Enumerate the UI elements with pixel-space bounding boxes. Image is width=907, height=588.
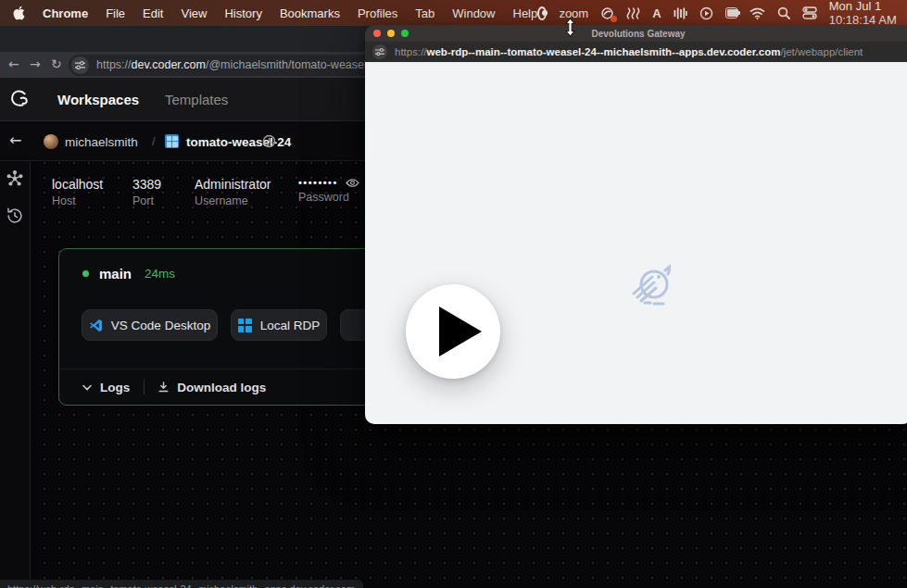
gateway-titlebar[interactable]: Devolutions Gateway <box>365 25 907 42</box>
workspace-sidebar <box>0 161 31 588</box>
menu-window[interactable]: Window <box>452 6 495 20</box>
menubar-app-name[interactable]: Chrome <box>43 6 88 20</box>
back-icon[interactable]: ← <box>8 56 19 71</box>
logs-toggle[interactable]: Logs <box>100 381 130 394</box>
screen-share-icon[interactable] <box>600 6 614 20</box>
devolutions-gateway-window: Devolutions Gateway https://web-rdp--mai… <box>365 25 907 424</box>
tune-icon[interactable] <box>71 56 89 74</box>
breadcrumb-username[interactable]: michaelsmith <box>65 135 138 149</box>
menu-edit[interactable]: Edit <box>143 6 163 20</box>
gateway-tune-icon[interactable] <box>372 44 387 59</box>
eye-icon[interactable] <box>346 178 359 188</box>
move-cursor <box>563 18 577 37</box>
local-rdp-button-label: Local RDP <box>260 319 321 332</box>
agent-status-dot <box>82 270 89 277</box>
play-button[interactable] <box>406 284 500 379</box>
search-icon[interactable] <box>777 6 790 19</box>
username-value: Administrator <box>195 177 271 192</box>
control-center-icon[interactable] <box>802 6 817 19</box>
avatar[interactable] <box>44 134 58 149</box>
menu-tab[interactable]: Tab <box>415 6 435 20</box>
macos-menubar: Chrome File Edit View History Bookmarks … <box>0 0 907 26</box>
close-light[interactable] <box>373 30 381 37</box>
record-icon[interactable] <box>537 6 547 20</box>
menu-view[interactable]: View <box>181 6 207 20</box>
menu-profiles[interactable]: Profiles <box>358 6 397 20</box>
gateway-address-bar[interactable]: https://web-rdp--main--tomato-weasel-24-… <box>365 42 907 62</box>
password-value: •••••••• <box>298 177 338 188</box>
field-host: localhost Host <box>52 177 103 207</box>
vscode-button-label: VS Code Desktop <box>111 319 210 332</box>
back-arrow-icon[interactable]: ← <box>9 131 21 149</box>
agent-name: main <box>99 266 132 281</box>
history-icon[interactable] <box>5 206 25 226</box>
minimize-light[interactable] <box>387 30 395 37</box>
notification-badge <box>611 16 617 22</box>
download-logs-button[interactable]: Download logs <box>177 381 266 394</box>
tab-templates[interactable]: Templates <box>165 92 228 107</box>
host-label: Host <box>52 194 103 207</box>
chevron-down-icon[interactable] <box>82 384 92 391</box>
password-label: Password <box>298 191 359 204</box>
gateway-traffic-lights <box>373 30 409 37</box>
menu-bookmarks[interactable]: Bookmarks <box>280 6 340 20</box>
field-password: •••••••• Password <box>298 177 359 204</box>
battery-icon[interactable] <box>725 7 737 19</box>
schedule-clock-icon[interactable] <box>262 134 276 148</box>
gateway-url-host: web-rdp--main--tomato-weasel-24--michael… <box>427 46 781 57</box>
download-icon[interactable] <box>158 382 169 393</box>
username-label: Username <box>195 194 271 207</box>
menu-file[interactable]: File <box>106 6 125 20</box>
field-username: Administrator Username <box>195 177 271 207</box>
breadcrumb-separator: / <box>152 134 156 148</box>
gateway-content <box>365 62 907 424</box>
link-status-tooltip: https://web-rdp--main--tomato-weasel-24-… <box>0 580 363 588</box>
apple-icon[interactable] <box>13 6 25 20</box>
play-icon <box>439 307 482 357</box>
gateway-url-path: /jet/webapp/client <box>780 46 863 57</box>
field-port: 3389 Port <box>132 177 161 207</box>
agent-latency: 24ms <box>145 267 175 281</box>
waves-icon[interactable] <box>626 6 640 20</box>
menu-history[interactable]: History <box>224 6 261 20</box>
url-scheme: https:// <box>96 58 132 71</box>
play-circle-icon[interactable] <box>699 6 713 20</box>
menubar-clock[interactable]: Mon Jul 1 10:18:14 AM <box>829 0 898 27</box>
windows-icon <box>165 134 179 148</box>
zoom-light[interactable] <box>401 30 409 37</box>
gateway-url-text: https://web-rdp--main--tomato-weasel-24-… <box>395 46 863 57</box>
vscode-icon <box>89 319 103 332</box>
local-rdp-button[interactable]: Local RDP <box>231 309 327 341</box>
devolutions-bird-logo <box>630 262 671 307</box>
equalizer-icon[interactable] <box>674 6 687 20</box>
wifi-icon[interactable] <box>750 7 765 19</box>
menu-help[interactable]: Help <box>513 6 538 20</box>
port-label: Port <box>132 194 161 207</box>
gateway-window-title: Devolutions Gateway <box>591 29 685 39</box>
resources-icon[interactable] <box>5 169 25 189</box>
coder-logo-icon[interactable] <box>7 87 31 110</box>
vscode-desktop-button[interactable]: VS Code Desktop <box>82 309 218 341</box>
host-value: localhost <box>52 177 103 192</box>
divider <box>144 380 145 394</box>
forward-icon[interactable]: → <box>30 56 41 71</box>
tab-workspaces[interactable]: Workspaces <box>57 92 139 107</box>
reload-icon[interactable]: ↻ <box>51 56 62 71</box>
url-host: dev.coder.com <box>132 58 206 71</box>
a-app-icon[interactable]: A <box>652 6 661 20</box>
port-value: 3389 <box>132 177 161 192</box>
rdp-windows-icon <box>238 319 252 332</box>
gateway-url-scheme: https:// <box>395 46 427 57</box>
